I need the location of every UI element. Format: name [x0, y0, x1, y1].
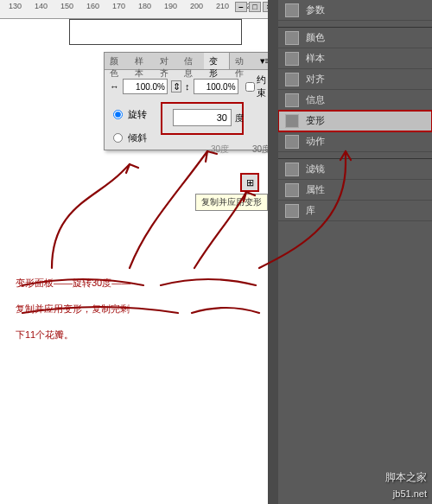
copy-apply-transform-button[interactable]: ⊞ [240, 173, 259, 192]
color-icon [285, 31, 299, 45]
ruler-mark: 210 [216, 2, 229, 10]
library-icon [285, 204, 299, 218]
transform-icon [285, 114, 299, 128]
dock-item-attr[interactable]: 属性 [278, 180, 432, 201]
ruler-mark: 130 [9, 2, 22, 10]
dock-item-label: 动作 [306, 135, 325, 148]
dock-item-params[interactable]: 参数 [278, 0, 432, 21]
rotate-label: 旋转 [128, 108, 147, 121]
annotation-line-1: 变形面板——旋转30度—— [16, 270, 266, 296]
dock-separator [278, 21, 432, 28]
align-icon [285, 73, 299, 86]
dock-item-transform[interactable]: 变形 [278, 111, 432, 131]
swatch-icon [285, 52, 299, 66]
window-min-button[interactable]: ‒ [235, 2, 247, 12]
dock-item-label: 样本 [306, 52, 325, 65]
watermark-site: 脚本之家 [385, 470, 427, 485]
params-icon [285, 3, 299, 17]
dock-drag-handle[interactable] [268, 0, 278, 504]
shear-radio[interactable] [113, 133, 123, 143]
angle-readout-grey: 30度 [211, 144, 229, 156]
info-icon [285, 93, 299, 107]
dock-item-action[interactable]: 动作 [278, 131, 432, 152]
dock-item-label: 参数 [306, 3, 325, 16]
ruler-mark: 200 [190, 2, 203, 10]
dock-item-filter[interactable]: 滤镜 [278, 159, 432, 180]
link-scale-icon[interactable]: ⇕ [171, 80, 181, 93]
window-max-button[interactable]: □ [249, 2, 261, 12]
dock-separator [278, 152, 432, 159]
annotation-line-2: 复制并应用变形，复制完剩 [16, 296, 266, 322]
panel-tab-strip: 颜色样本对齐信息变形动作▾≡ [105, 53, 276, 70]
shear-label: 倾斜 [128, 131, 147, 144]
dock-item-label: 信息 [306, 93, 325, 106]
panel-tab[interactable]: 颜色 [105, 53, 130, 69]
ruler-mark: 150 [60, 2, 73, 10]
dock-item-label: 库 [306, 204, 315, 217]
panel-tab[interactable]: 变形 [204, 53, 230, 69]
arrow-v-icon: ↕ [185, 81, 190, 92]
dock-item-swatch[interactable]: 样本 [278, 48, 432, 69]
panel-tab[interactable]: 动作 [230, 53, 255, 69]
ruler-mark: 190 [164, 2, 177, 10]
action-icon [285, 135, 299, 149]
dock-item-label: 颜色 [306, 31, 325, 44]
constrain-checkbox-label[interactable]: 约束 [245, 73, 270, 99]
dock-item-label: 滤镜 [306, 163, 325, 175]
angle-unit: 度 [235, 112, 244, 124]
ruler-mark: 140 [35, 2, 48, 10]
transform-panel: 颜色样本对齐信息变形动作▾≡ ↔ ⇕ ↕ 约束 旋转 倾斜 [104, 52, 276, 150]
annotation-line-3: 下11个花瓣。 [16, 322, 266, 348]
dock-item-info[interactable]: 信息 [278, 90, 432, 111]
dock-item-label: 变形 [306, 114, 325, 127]
dock-item-label: 属性 [306, 183, 325, 196]
artboard [69, 19, 242, 45]
dock-item-library[interactable]: 库 [278, 201, 432, 221]
ruler-mark: 180 [138, 2, 151, 10]
scale-width-input[interactable] [123, 79, 168, 94]
panel-tab[interactable]: 样本 [130, 53, 155, 69]
annotation-text: 变形面板——旋转30度—— 复制并应用变形，复制完剩 下11个花瓣。 [16, 270, 266, 348]
tooltip: 复制并应用变形 [195, 194, 268, 211]
right-dock: 参数颜色样本对齐信息变形动作滤镜属性库 [276, 0, 432, 504]
arrow-h-icon: ↔ [110, 81, 119, 92]
ruler-mark: 160 [86, 2, 99, 10]
watermark-url: jb51.net [393, 488, 427, 499]
filter-icon [285, 163, 299, 176]
rotate-radio[interactable] [113, 110, 123, 119]
attr-icon [285, 183, 299, 197]
constrain-checkbox[interactable] [245, 82, 255, 92]
ruler-mark: 170 [112, 2, 125, 10]
dock-item-color[interactable]: 颜色 [278, 28, 432, 48]
panel-tab[interactable]: 信息 [179, 53, 204, 69]
angle-input[interactable] [173, 109, 232, 126]
dock-item-align[interactable]: 对齐 [278, 69, 432, 90]
scale-height-input[interactable] [194, 79, 238, 94]
panel-tab[interactable]: 对齐 [155, 53, 180, 69]
dock-item-label: 对齐 [306, 73, 325, 86]
